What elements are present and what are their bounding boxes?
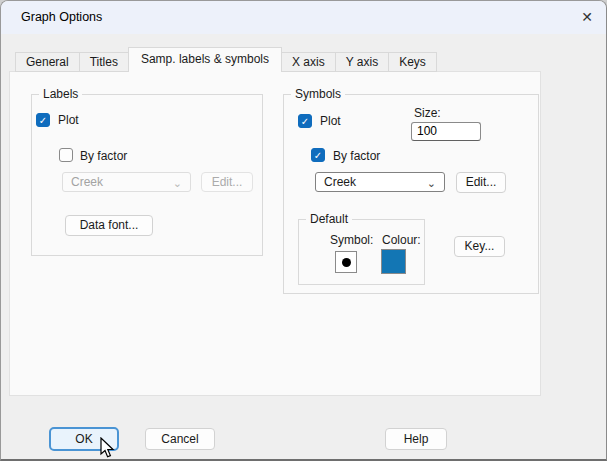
labels-plot-label: Plot [58, 113, 79, 127]
tab-x-axis[interactable]: X axis [281, 52, 336, 72]
tab-samp-labels-symbols[interactable]: Samp. labels & symbols [128, 47, 282, 72]
tab-page-panel: Labels ✓ Plot By factor Creek ⌄ Edit... … [9, 71, 541, 396]
symbols-group-title: Symbols [291, 87, 345, 101]
colour-picker-button[interactable] [381, 249, 406, 274]
tab-keys[interactable]: Keys [388, 52, 437, 72]
labels-factor-dropdown[interactable]: Creek ⌄ [62, 172, 191, 192]
colour-label: Colour: [382, 233, 421, 247]
symbol-picker-button[interactable] [335, 251, 357, 273]
graph-options-dialog: Graph Options ✕ General Titles Samp. lab… [0, 0, 607, 461]
default-group: Default Symbol: Colour: [298, 219, 425, 285]
symbols-plot-label: Plot [320, 114, 341, 128]
tab-y-axis[interactable]: Y axis [335, 52, 389, 72]
symbols-by-factor-label: By factor [333, 149, 380, 163]
labels-group-title: Labels [39, 87, 82, 101]
symbols-factor-dropdown[interactable]: Creek ⌄ [315, 172, 445, 192]
labels-plot-checkbox[interactable]: ✓ [36, 113, 50, 127]
dialog-title: Graph Options [21, 1, 102, 34]
symbols-group: Symbols ✓ Plot Size: 100 ✓ By factor Cre… [283, 94, 539, 294]
size-input[interactable]: 100 [411, 122, 481, 141]
tab-titles[interactable]: Titles [79, 52, 129, 72]
help-button[interactable]: Help [385, 428, 447, 450]
tab-general[interactable]: General [15, 52, 80, 72]
symbols-by-factor-checkbox[interactable]: ✓ [311, 148, 325, 162]
symbols-plot-checkbox[interactable]: ✓ [298, 114, 312, 128]
tab-strip: General Titles Samp. labels & symbols X … [15, 47, 436, 72]
title-bar: Graph Options ✕ [1, 1, 606, 34]
key-button[interactable]: Key... [454, 236, 505, 257]
default-group-title: Default [306, 212, 352, 226]
symbol-label: Symbol: [330, 233, 373, 247]
labels-group: Labels ✓ Plot By factor Creek ⌄ Edit... … [31, 94, 263, 256]
labels-edit-button[interactable]: Edit... [201, 172, 253, 192]
filled-circle-icon [342, 258, 351, 267]
labels-by-factor-label: By factor [80, 149, 127, 163]
symbols-factor-value: Creek [324, 175, 356, 189]
size-label: Size: [414, 106, 441, 120]
chevron-down-icon: ⌄ [173, 174, 182, 192]
chevron-down-icon: ⌄ [427, 174, 436, 192]
labels-by-factor-checkbox[interactable] [59, 148, 73, 162]
labels-factor-value: Creek [71, 175, 103, 189]
symbols-edit-button[interactable]: Edit... [456, 172, 506, 193]
mouse-cursor-icon [100, 437, 116, 459]
close-icon[interactable]: ✕ [574, 4, 600, 30]
cancel-button[interactable]: Cancel [145, 428, 215, 450]
data-font-button[interactable]: Data font... [65, 215, 153, 236]
